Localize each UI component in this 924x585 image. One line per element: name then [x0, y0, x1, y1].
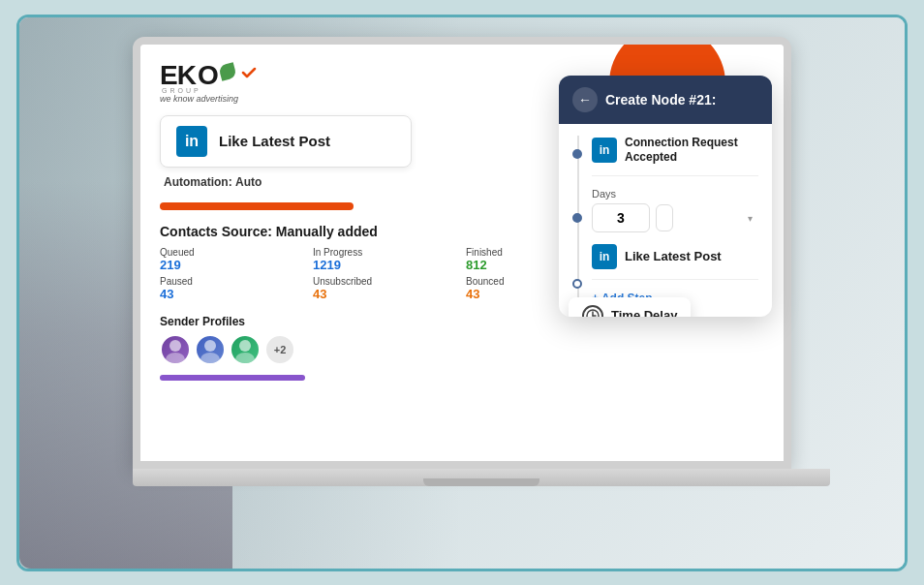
- stat-queued-value: 219: [160, 258, 181, 272]
- timeline-area: in Connection RequestAccepted Days 3: [572, 136, 758, 305]
- svg-point-5: [235, 353, 255, 363]
- avatar-2: [195, 334, 226, 365]
- stat-queued: Queued 219: [160, 247, 305, 272]
- laptop-scene: EK O GROUP we know advertising: [19, 37, 905, 486]
- connection-request-row: in Connection RequestAccepted: [592, 136, 758, 176]
- avatar-3-img: [231, 336, 259, 363]
- logo-check-icon: [239, 63, 259, 82]
- time-delay-clock-icon: [582, 305, 603, 317]
- back-button[interactable]: ←: [572, 87, 598, 112]
- avatar-1-img: [162, 336, 189, 363]
- svg-point-1: [166, 353, 185, 363]
- logo-tagline: we know advertising: [160, 94, 238, 104]
- days-label: Days: [592, 188, 758, 200]
- sender-profiles-section: Sender Profiles: [160, 315, 764, 365]
- connection-request-text: Connection RequestAccepted: [625, 136, 738, 166]
- avatar-3: [230, 334, 261, 365]
- timeline-dot-2: [572, 213, 582, 223]
- avatar-1: [160, 334, 191, 365]
- days-input[interactable]: 3: [592, 203, 650, 232]
- days-row: 3: [592, 203, 758, 232]
- stat-finished-value: 812: [466, 258, 487, 272]
- like-post-linkedin-icon: in: [592, 244, 617, 269]
- like-post-row: in Like Latest Post: [592, 244, 758, 280]
- timeline-dot-1: [572, 149, 582, 159]
- avatar-2-img: [197, 336, 224, 363]
- linkedin-card: in Like Latest Post: [160, 115, 412, 168]
- svg-point-0: [169, 340, 181, 352]
- stat-paused: Paused 43: [160, 276, 305, 301]
- avatars-row: +2: [160, 334, 764, 365]
- timeline-dot-3: [572, 279, 582, 289]
- linkedin-card-title: Like Latest Post: [219, 133, 330, 149]
- stat-bounced-value: 43: [466, 287, 479, 301]
- laptop-base: [133, 469, 830, 486]
- stat-unsubscribed: Unsubscribed 43: [313, 276, 458, 301]
- stat-unsubscribed-label: Unsubscribed: [313, 276, 372, 287]
- stat-bounced-label: Bounced: [466, 276, 504, 287]
- stat-unsubscribed-value: 43: [313, 287, 326, 301]
- stat-paused-value: 43: [160, 287, 173, 301]
- time-delay-label: Time Delay: [611, 308, 677, 317]
- logo-leaf: [218, 62, 237, 81]
- create-node-title: Create Node #21:: [605, 92, 716, 108]
- avatar-more: +2: [264, 334, 295, 365]
- days-select-wrapper: [656, 204, 758, 231]
- stat-inprogress-label: In Progress: [313, 247, 362, 258]
- like-post-text: Like Latest Post: [625, 249, 722, 263]
- days-section: Days 3: [592, 188, 758, 232]
- panel-header: ← Create Node #21:: [559, 76, 772, 124]
- svg-point-2: [204, 340, 216, 352]
- stat-inprogress: In Progress 1219: [313, 247, 458, 272]
- stat-finished-label: Finished: [466, 247, 503, 258]
- bottom-progress-bar: [160, 375, 305, 381]
- outer-frame: EK O GROUP we know advertising: [16, 15, 908, 571]
- svg-point-3: [200, 353, 220, 363]
- linkedin-icon: in: [176, 126, 207, 157]
- connection-request-linkedin-icon: in: [592, 138, 617, 163]
- logo-group-text: GROUP: [160, 87, 201, 94]
- svg-point-4: [239, 340, 251, 352]
- progress-bar: [160, 202, 354, 210]
- create-node-panel: ← Create Node #21: in: [559, 76, 772, 317]
- stat-paused-label: Paused: [160, 276, 193, 287]
- logo-o: O: [198, 60, 235, 91]
- stat-queued-label: Queued: [160, 247, 195, 258]
- panel-body: in Connection RequestAccepted Days 3: [559, 124, 772, 317]
- time-delay-tooltip: Time Delay: [569, 297, 691, 317]
- stat-inprogress-value: 1219: [313, 258, 341, 272]
- days-select[interactable]: [656, 204, 673, 231]
- clock-svg: [586, 309, 600, 317]
